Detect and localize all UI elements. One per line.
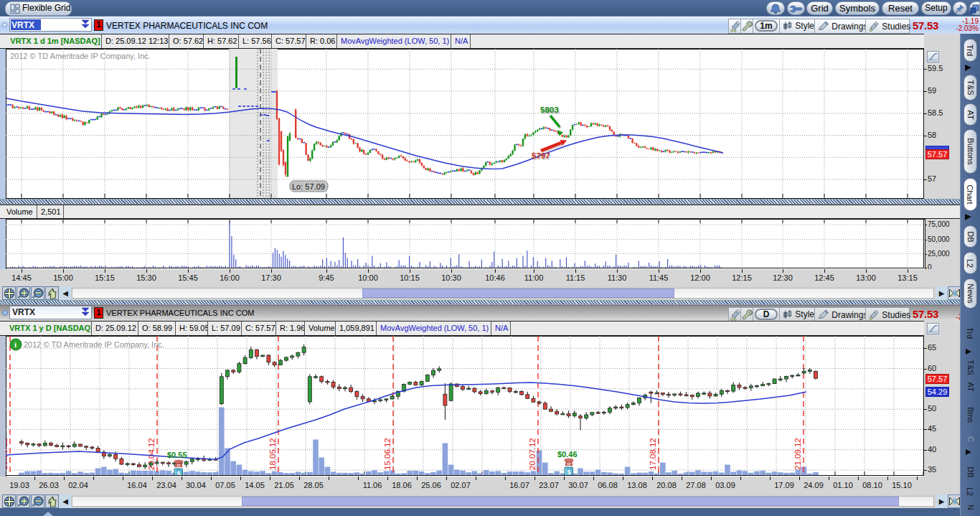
svg-text:Lo: 57.09: Lo: 57.09 [292, 182, 325, 191]
svg-text:2012 © TD Ameritrade IP Compan: 2012 © TD Ameritrade IP Company, Inc. [24, 340, 164, 349]
svg-text:5803: 5803 [540, 105, 559, 114]
svg-text:$: $ [567, 468, 572, 476]
svg-text:i: i [14, 340, 17, 349]
svg-text:$: $ [177, 469, 182, 476]
svg-text:5797: 5797 [532, 151, 550, 160]
svg-text:20.07.12: 20.07.12 [528, 438, 537, 470]
svg-text:18.05.12: 18.05.12 [268, 438, 277, 470]
svg-text:$0.55: $0.55 [167, 451, 187, 459]
svg-text:21.09.12: 21.09.12 [793, 438, 802, 470]
svg-text:15.06.12: 15.06.12 [383, 438, 392, 470]
svg-text:2012 © TD Ameritrade IP Compan: 2012 © TD Ameritrade IP Company, Inc. [10, 52, 151, 60]
svg-text:16.03.12: 16.03.12 [6, 438, 9, 470]
svg-text:17.08.12: 17.08.12 [649, 438, 657, 470]
svg-text:$0.46: $0.46 [557, 450, 578, 459]
